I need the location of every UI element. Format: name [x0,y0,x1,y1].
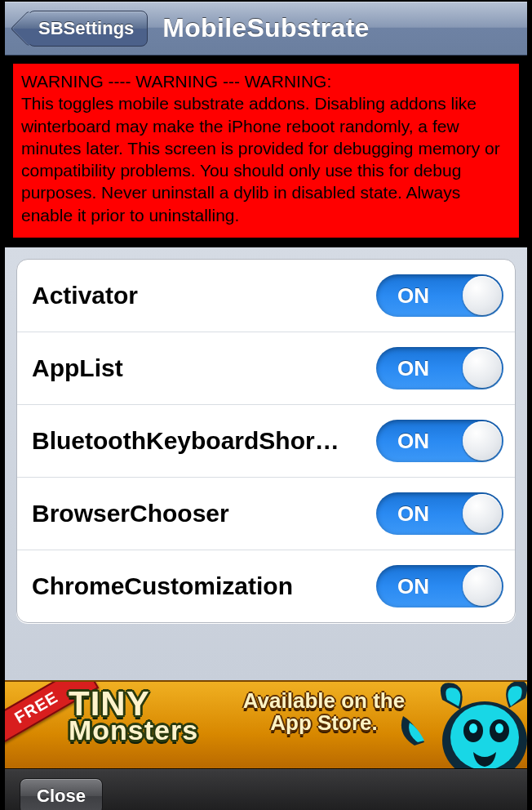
toggle-on-label: ON [397,356,429,381]
bottom-toolbar: Close [5,768,527,810]
close-button[interactable]: Close [20,778,103,810]
list-item: Activator ON [17,260,515,332]
addon-label: BluetoothKeyboardShortcuts [32,427,342,455]
toggle-switch[interactable]: ON [376,420,503,462]
toggle-knob [463,276,502,315]
back-button-label: SBSettings [38,18,134,39]
toggle-on-label: ON [397,501,429,527]
toggle-on-label: ON [397,283,429,309]
addon-list[interactable]: Activator ON AppList ON BluetoothKeyboar… [16,259,516,623]
list-item: BluetoothKeyboardShortcuts ON [17,405,515,478]
warning-text: WARNING ---- WARNING --- WARNING: This t… [13,64,519,238]
page-title: MobileSubstrate [162,13,369,43]
toggle-on-label: ON [397,574,429,599]
list-item: ChromeCustomization ON [17,550,515,622]
toggle-knob [463,349,502,388]
advertisement-banner[interactable]: FREE TINY Monsters Available on the App … [5,680,527,768]
ad-availability-text: Available on the App Store. [238,690,410,735]
toggle-on-label: ON [397,429,429,454]
toggle-knob [463,567,502,606]
back-button[interactable]: SBSettings [28,11,148,47]
toggle-knob [463,494,502,533]
addon-label: AppList [32,354,123,382]
addon-label: Activator [32,282,138,309]
toggle-switch[interactable]: ON [376,492,503,535]
warning-container: WARNING ---- WARNING --- WARNING: This t… [5,56,527,247]
close-button-label: Close [37,786,86,806]
navbar: SBSettings MobileSubstrate [5,2,527,56]
toggle-knob [463,421,502,461]
addon-label: ChromeCustomization [32,572,293,600]
toggle-switch[interactable]: ON [376,565,503,608]
ad-mascot-icon [395,680,527,768]
toggle-switch[interactable]: ON [376,274,503,317]
toggle-switch[interactable]: ON [376,347,503,389]
content-area: Activator ON AppList ON BluetoothKeyboar… [5,247,527,680]
list-item: AppList ON [17,332,515,405]
addon-label: BrowserChooser [32,500,229,527]
svg-point-5 [495,723,503,733]
ad-game-title: TINY Monsters [69,688,198,742]
list-item: BrowserChooser ON [17,478,515,550]
svg-point-4 [469,723,477,733]
